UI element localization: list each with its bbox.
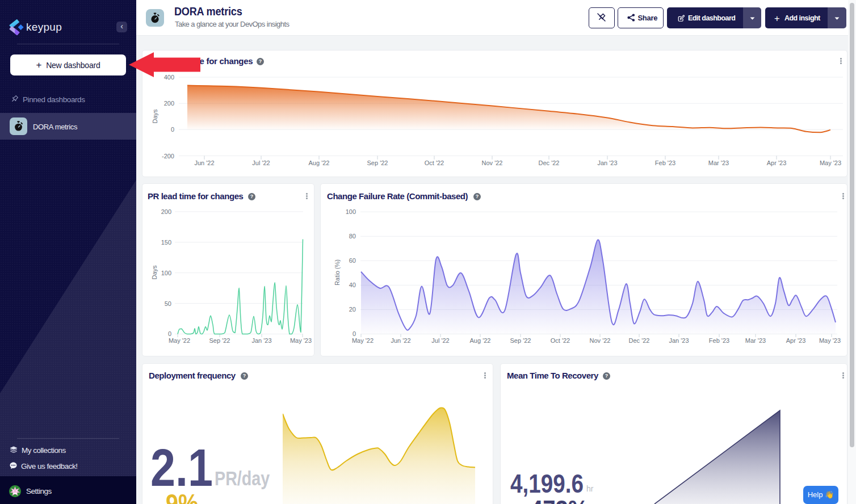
svg-text:20: 20 [349,306,356,313]
svg-text:200: 200 [161,208,171,215]
svg-text:Jul '22: Jul '22 [252,159,270,166]
svg-text:Feb '23: Feb '23 [709,337,729,344]
svg-text:Nov '22: Nov '22 [482,159,503,166]
svg-text:Aug '22: Aug '22 [309,159,330,166]
svg-text:Oct '22: Oct '22 [425,159,444,166]
svg-text:0: 0 [171,126,174,133]
svg-text:Dec '22: Dec '22 [539,159,560,166]
svg-text:Sep '22: Sep '22 [367,159,388,166]
svg-text:Jan '23: Jan '23 [597,159,617,166]
svg-text:May '23: May '23 [819,337,841,344]
svg-text:Aug '22: Aug '22 [470,337,491,344]
svg-text:Mar '23: Mar '23 [745,337,766,344]
svg-text:50: 50 [165,300,171,307]
svg-text:Jul '22: Jul '22 [431,337,449,344]
svg-text:80: 80 [349,233,356,240]
svg-text:150: 150 [161,239,171,246]
svg-text:May '22: May '22 [352,337,374,344]
svg-text:Oct '22: Oct '22 [551,337,570,344]
svg-text:40: 40 [349,282,356,288]
svg-text:Apr '23: Apr '23 [767,159,787,166]
svg-text:-200: -200 [162,153,174,159]
svg-text:Days: Days [152,109,158,124]
svg-text:0: 0 [168,330,171,337]
svg-text:Jun '22: Jun '22 [391,337,410,344]
svg-text:0: 0 [353,330,356,337]
svg-text:May '23: May '23 [820,159,841,166]
svg-text:Sep '22: Sep '22 [510,337,531,344]
svg-text:May '22: May '22 [169,337,190,344]
svg-text:Sep '22: Sep '22 [209,337,230,344]
svg-text:Apr '23: Apr '23 [786,337,806,344]
svg-text:100: 100 [161,270,171,276]
svg-text:60: 60 [349,257,356,264]
svg-text:Jan '23: Jan '23 [669,337,689,344]
svg-text:Ratio (%): Ratio (%) [334,259,341,285]
svg-text:Jun '22: Jun '22 [194,159,214,166]
svg-text:200: 200 [164,100,174,107]
svg-text:Days: Days [151,265,158,280]
svg-text:100: 100 [346,208,356,215]
svg-text:Share: Share [638,14,658,22]
svg-text:Dec '22: Dec '22 [629,337,650,344]
svg-text:May '23: May '23 [290,337,312,344]
svg-text:Jan '23: Jan '23 [251,337,271,344]
svg-text:Feb '23: Feb '23 [655,159,675,166]
svg-text:Nov '22: Nov '22 [590,337,611,344]
svg-text:Mar '23: Mar '23 [708,159,729,166]
